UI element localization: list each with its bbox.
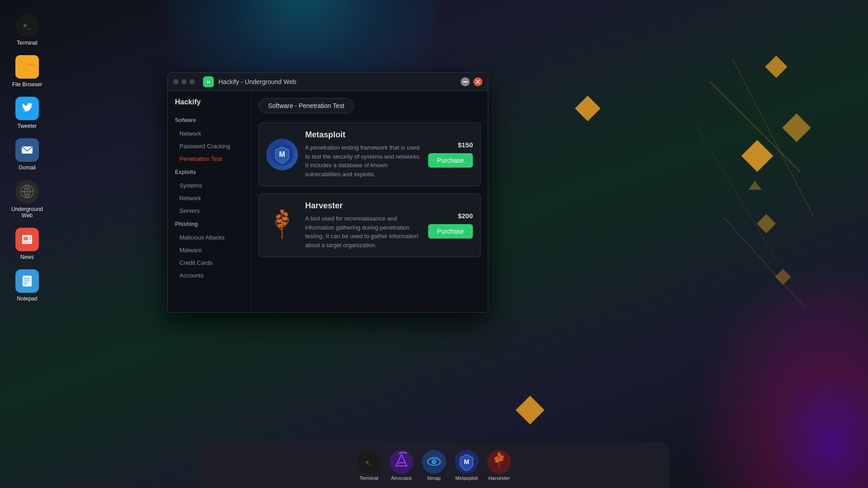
product-card-harvester: Harvester A tool used for reconnaissance… — [259, 193, 481, 257]
metasploit-name: Metasploit — [305, 130, 421, 140]
sidebar-item-systems[interactable]: Systems — [170, 179, 249, 192]
svg-rect-38 — [463, 81, 467, 82]
metasploit-description: A penetration testing framework that is … — [305, 143, 421, 178]
taskbar-metasploit-label: Metasploit — [455, 475, 478, 481]
desktop-icon-underground[interactable]: Underground Web — [9, 180, 45, 219]
svg-text:>_: >_ — [366, 459, 373, 465]
section-title-exploits: Exploits — [175, 169, 244, 175]
sidebar-item-creditcards[interactable]: Credit Cards — [170, 257, 249, 269]
svg-text:H: H — [207, 80, 210, 84]
harvester-purchase-button[interactable]: Purchase — [428, 224, 473, 239]
notepad-icon-img — [15, 269, 39, 293]
metasploit-icon: M — [266, 139, 298, 170]
sidebar-item-maliciousattacks[interactable]: Malicious Attacks — [170, 231, 249, 244]
sidebar-item-network1[interactable]: Network — [170, 127, 249, 140]
desktop-icons-container: >_ Terminal File Browser Tweeter Gomail … — [9, 14, 45, 302]
page-title-tab: Software - Penetration Test — [259, 98, 354, 113]
svg-rect-6 — [757, 214, 776, 233]
taskbar-harvester-icon — [487, 450, 511, 474]
dot-3 — [189, 79, 195, 84]
harvester-icon — [266, 210, 298, 241]
svg-line-3 — [732, 59, 814, 217]
taskbar-airocrack-icon — [390, 450, 413, 474]
app-window: H Hackify - Underground Web Hackify Sofw… — [167, 72, 488, 313]
taskbar: >_ Terminal Airocrack — [199, 443, 669, 488]
harvester-name: Harvester — [305, 201, 421, 211]
svg-point-67 — [498, 452, 501, 457]
svg-marker-5 — [748, 181, 762, 190]
svg-rect-26 — [29, 237, 31, 238]
taskbar-metasploit-icon: M — [455, 450, 478, 474]
metasploit-info: Metasploit A penetration testing framewo… — [305, 130, 421, 178]
svg-text:M: M — [279, 150, 285, 158]
sidebar-app-name: Hackify — [168, 98, 251, 113]
taskbar-terminal-label: Terminal — [359, 475, 378, 481]
taskbar-terminal-icon: >_ — [357, 450, 381, 474]
metasploit-price: $150 — [458, 141, 473, 149]
window-controls — [461, 77, 482, 86]
sidebar-section-sofware: Sofware — [168, 113, 251, 127]
sidebar-item-network2[interactable]: Network — [170, 192, 249, 204]
desktop-icon-news[interactable]: News — [9, 228, 45, 260]
taskbar-nmap-icon — [422, 450, 446, 474]
svg-rect-32 — [24, 278, 30, 279]
svg-rect-27 — [29, 239, 31, 239]
taskbar-nmap[interactable]: Nmap — [422, 450, 446, 481]
app-icon-small: H — [203, 76, 214, 87]
desktop-icon-notepad[interactable]: Notepad — [9, 269, 45, 302]
sidebar-item-servers[interactable]: Servers — [170, 205, 249, 217]
product-card-metasploit: M Metasploit A penetration testing frame… — [259, 122, 481, 186]
sidebar-section-exploits: Exploits — [168, 165, 251, 179]
svg-point-44 — [275, 213, 282, 219]
svg-point-58 — [433, 461, 435, 463]
purple-glow — [687, 262, 868, 488]
news-icon-img — [15, 228, 39, 251]
desktop-icon-gomail[interactable]: Gomail — [9, 138, 45, 171]
sidebar-item-passwordcracking[interactable]: Password Cracking — [170, 140, 249, 152]
window-body: Hackify Sofware Network Password Crackin… — [168, 91, 488, 312]
metasploit-purchase-button[interactable]: Purchase — [428, 153, 473, 168]
harvester-info: Harvester A tool used for reconnaissance… — [305, 201, 421, 249]
harvester-actions: $200 Purchase — [428, 212, 473, 239]
app-sidebar: Hackify Sofware Network Password Crackin… — [168, 91, 251, 312]
dot-2 — [181, 79, 187, 84]
news-label: News — [20, 254, 34, 260]
window-dots — [173, 79, 195, 84]
svg-rect-34 — [24, 282, 28, 282]
taskbar-terminal[interactable]: >_ Terminal — [357, 450, 381, 481]
taskbar-nmap-label: Nmap — [427, 475, 440, 481]
svg-rect-13 — [20, 63, 26, 66]
svg-rect-29 — [24, 243, 29, 244]
sidebar-item-malware[interactable]: Malware — [170, 244, 249, 256]
minimize-button[interactable] — [461, 77, 470, 86]
svg-rect-0 — [765, 56, 787, 78]
svg-rect-33 — [24, 280, 30, 281]
main-content: Software - Penetration Test M Metasploit… — [251, 91, 488, 312]
sidebar-item-accounts[interactable]: Accounts — [170, 269, 249, 282]
dot-1 — [173, 79, 179, 84]
taskbar-harvester[interactable]: Harvester — [487, 450, 511, 481]
taskbar-airocrack-label: Airocrack — [391, 475, 412, 481]
taskbar-airocrack[interactable]: Airocrack — [390, 450, 413, 481]
taskbar-harvester-label: Harvester — [488, 475, 510, 481]
gomail-label: Gomail — [19, 164, 36, 171]
title-bar: H Hackify - Underground Web — [168, 73, 488, 91]
window-title: Hackify - Underground Web — [218, 78, 456, 85]
gomail-icon-img — [15, 138, 39, 162]
harvester-description: A tool used for reconnaissance and infor… — [305, 214, 421, 249]
svg-text:M: M — [464, 458, 469, 465]
svg-text:>_: >_ — [24, 22, 31, 29]
svg-rect-35 — [24, 283, 27, 284]
desktop-icon-tweeter[interactable]: Tweeter — [9, 97, 45, 129]
sidebar-item-penetrationtest[interactable]: Penetration Test — [170, 153, 249, 165]
desktop-icon-terminal[interactable]: >_ Terminal — [9, 14, 45, 46]
metasploit-actions: $150 Purchase — [428, 141, 473, 168]
filebrowser-label: File Browser — [12, 81, 42, 88]
page-title-text: Software - Penetration Test — [268, 102, 344, 109]
close-button[interactable] — [473, 77, 482, 86]
terminal-label: Terminal — [17, 40, 37, 46]
tweeter-icon-img — [15, 97, 39, 120]
taskbar-metasploit[interactable]: M Metasploit — [455, 450, 478, 481]
underground-icon-img — [15, 180, 39, 203]
desktop-icon-filebrowser[interactable]: File Browser — [9, 55, 45, 88]
